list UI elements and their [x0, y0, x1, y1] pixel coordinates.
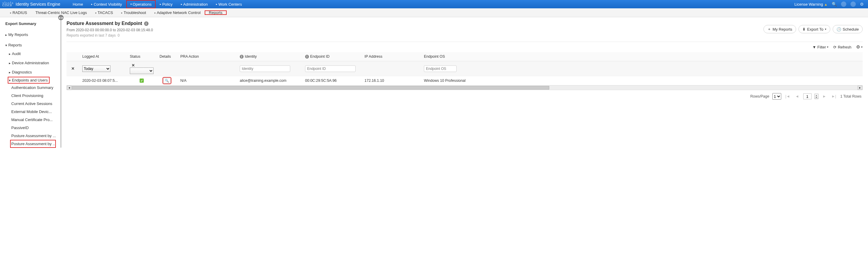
filter-status[interactable] [130, 67, 154, 74]
nav-home[interactable]: Home [69, 0, 87, 8]
th-endpoint-id[interactable]: iEndpoint ID [302, 52, 362, 61]
sidebar-item-posture-1[interactable]: Posture Assessment by ... [5, 132, 58, 140]
subnav-troubleshoot[interactable]: ▸Troubleshoot [117, 10, 150, 15]
my-reports-button[interactable]: ＋My Reports [764, 25, 796, 33]
pager-next-icon[interactable]: ► [822, 94, 827, 99]
sidebar-item-ext-mobile[interactable]: External Mobile Devic... [5, 108, 58, 116]
cisco-logo-icon: ılıılıCISCO [2, 2, 14, 6]
search-icon[interactable]: 🔍 [832, 2, 837, 6]
sidebar-audit[interactable]: Audit [5, 49, 58, 58]
clear-filter-button[interactable]: ✕ [69, 66, 76, 71]
spin-down-icon[interactable]: ▼ [815, 96, 817, 99]
rows-per-page-select[interactable]: 1 [772, 93, 781, 100]
subnav-label: Reports [209, 10, 222, 15]
btn-label: Schedule [843, 27, 859, 31]
subnav-radius[interactable]: ▸RADIUS [6, 10, 31, 15]
collapse-handle[interactable]: ◄► [58, 17, 61, 148]
caret-icon: ▸ [121, 11, 123, 14]
th-details[interactable]: Details [157, 52, 177, 61]
gear-icon[interactable]: ⚙ [860, 2, 864, 6]
top-right: License Warning ▲ 🔍 ⚙ [794, 1, 868, 7]
top-nav: Home ▸Context Visibility ▾Operations ▸Po… [69, 0, 246, 8]
filter-button[interactable]: ▼Filter ▾ [812, 45, 829, 49]
sidebar-item-posture-2[interactable]: Posture Assessment by ... [10, 140, 56, 148]
nav-work-centers[interactable]: ▸Work Centers [212, 0, 246, 8]
nav-label: Work Centers [218, 2, 242, 6]
subnav-label: Troubleshoot [124, 10, 146, 15]
filter-os[interactable] [424, 65, 457, 72]
scroll-left-icon[interactable]: ◄ [67, 86, 71, 90]
filter-identity[interactable] [240, 65, 290, 72]
sidebar-my-reports[interactable]: My Reports [5, 31, 58, 39]
scroll-right-icon[interactable]: ► [858, 86, 862, 90]
nav-label: Context Visibility [94, 2, 122, 6]
scroll-thumb[interactable] [72, 86, 549, 89]
collapse-icon[interactable]: ◄► [58, 15, 64, 20]
help-icon[interactable] [841, 1, 846, 7]
subnav-anc[interactable]: ▸Adaptive Network Control [150, 10, 205, 15]
export-icon: ⬇ [802, 27, 806, 31]
settings-button[interactable]: ⚙▾ [856, 44, 863, 50]
sidebar-label: Endpoints and Users [12, 78, 48, 82]
nav-policy[interactable]: ▸Policy [156, 0, 177, 8]
nav-operations[interactable]: ▾Operations [126, 0, 156, 8]
brand-box: ılıılıCISCO Identity Services Engine [0, 2, 63, 6]
nav-label: Administration [183, 2, 208, 6]
report-table: Logged At Status Details PRA Action iIde… [66, 52, 863, 85]
nav-label: Policy [162, 2, 173, 6]
details-button[interactable]: 🔍 [163, 78, 170, 83]
report-range: From 2020-02-03 00:00:00.0 to 2020-02-03… [66, 28, 153, 32]
schedule-button[interactable]: 🕒Schedule [833, 25, 863, 33]
collapse-bar[interactable] [60, 20, 61, 148]
th-status[interactable]: Status [127, 52, 157, 61]
subnav-label: TACACS [98, 10, 113, 15]
table-row[interactable]: 2020-02-03 08:07:5... ✔ 🔍 N/A alice@trai… [66, 76, 863, 85]
th-ip[interactable]: IP Address [362, 52, 421, 61]
license-warning[interactable]: License Warning ▲ [794, 2, 828, 6]
sidebar-device-admin[interactable]: Device Administration [5, 58, 58, 67]
cell-endpoint-id: 00:0C:29:5C:5A:96 [302, 76, 362, 85]
cell-identity: alice@training.example.com [237, 76, 302, 85]
sub-nav: ▸RADIUS Threat-Centric NAC Live Logs ▸TA… [0, 8, 868, 17]
filter-endpoint-id[interactable] [305, 65, 355, 72]
info-icon[interactable]: i [144, 21, 149, 26]
spin-up-icon[interactable]: ▲ [815, 94, 817, 96]
th-os[interactable]: Endpoint OS [421, 52, 863, 61]
th-logged-at[interactable]: Logged At [79, 52, 127, 61]
pager-first-icon[interactable]: |◄ [784, 94, 792, 99]
pager-page-input[interactable] [803, 93, 811, 99]
sidebar-item-auth-summary[interactable]: Authentication Summary [5, 84, 58, 92]
sidebar-reports[interactable]: Reports [5, 41, 58, 49]
info-icon: i [240, 55, 244, 59]
subnav-reports[interactable]: Reports [205, 10, 227, 15]
sidebar-title: Export Summary [5, 21, 58, 26]
sidebar-label: My Reports [8, 32, 28, 37]
subnav-threat[interactable]: Threat-Centric NAC Live Logs [31, 10, 91, 15]
sidebar-label: Reports [8, 43, 22, 47]
sidebar-diagnostics[interactable]: Diagnostics [5, 67, 58, 77]
pager-last-icon[interactable]: ►| [830, 94, 837, 99]
subnav-tacacs[interactable]: ▸TACACS [91, 10, 117, 15]
refresh-button[interactable]: ⟳Refresh [833, 45, 851, 49]
report-exported: Reports exported in last 7 days 0 [66, 33, 153, 37]
filter-logged-at[interactable]: Today [82, 65, 111, 72]
export-to-button[interactable]: ⬇Export To ▾ [799, 25, 830, 33]
sidebar-item-manual-cert[interactable]: Manual Certificate Pro... [5, 116, 58, 124]
pager-spinner[interactable]: ▲▼ [814, 94, 818, 99]
th-pra[interactable]: PRA Action [177, 52, 237, 61]
nav-context-visibility[interactable]: ▸Context Visibility [87, 0, 126, 8]
th-identity[interactable]: iIdentity [237, 52, 302, 61]
notifications-icon[interactable] [850, 1, 856, 7]
top-bar: ılıılıCISCO Identity Services Engine Hom… [0, 0, 868, 8]
clear-status-filter-button[interactable]: ✕ [130, 63, 137, 67]
sidebar-item-client-prov[interactable]: Client Provisioning [5, 92, 58, 100]
horizontal-scrollbar[interactable]: ◄ ► [66, 85, 863, 90]
btn-label: My Reports [773, 27, 792, 31]
sidebar-endpoints-users[interactable]: Endpoints and Users [8, 77, 50, 84]
sidebar-item-active-sessions[interactable]: Current Active Sessions [5, 100, 58, 108]
sidebar-label: Diagnostics [12, 70, 32, 74]
nav-administration[interactable]: ▸Administration [177, 0, 212, 8]
pager-prev-icon[interactable]: ◄ [794, 94, 800, 99]
sidebar-item-passiveid[interactable]: PassiveID [5, 124, 58, 132]
sidebar-label: Device Administration [12, 61, 49, 65]
